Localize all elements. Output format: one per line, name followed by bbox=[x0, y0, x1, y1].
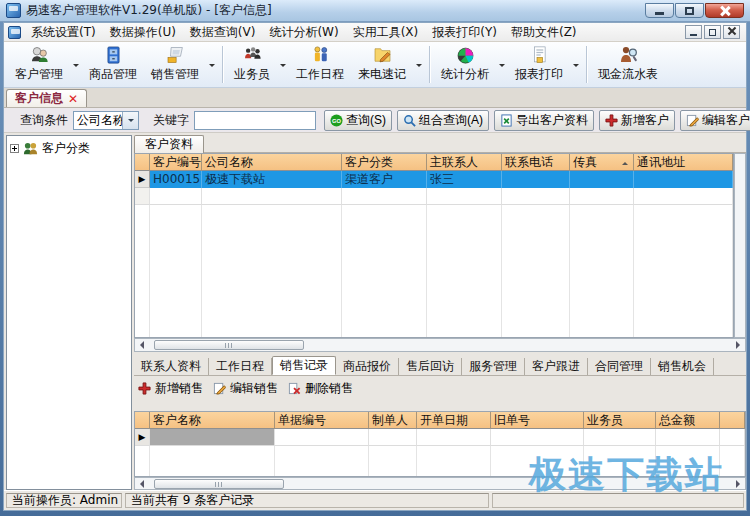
menu-system-settings[interactable]: 系统设置(T) bbox=[24, 22, 103, 43]
tab-product-quotes[interactable]: 商品报价 bbox=[336, 358, 399, 375]
col-salesman[interactable]: 业务员 bbox=[584, 412, 656, 429]
col-main-contact[interactable]: 主联系人 bbox=[427, 154, 502, 171]
sales-grid-background bbox=[135, 446, 745, 476]
scrollbar-thumb[interactable] bbox=[154, 479, 284, 489]
tab-sales-opportunities[interactable]: 销售机会 bbox=[651, 358, 714, 375]
row-pointer-icon: ▶ bbox=[135, 171, 150, 188]
scroll-left-arrow[interactable] bbox=[135, 478, 148, 489]
col-phone[interactable]: 联系电话 bbox=[502, 154, 570, 171]
add-sale-button[interactable]: 新增销售 bbox=[138, 380, 203, 397]
tab-service-management[interactable]: 服务管理 bbox=[462, 358, 525, 375]
tab-after-sales-visits[interactable]: 售后回访 bbox=[399, 358, 462, 375]
scroll-left-arrow[interactable] bbox=[135, 339, 148, 351]
sales-row-selected[interactable]: ▶ bbox=[135, 429, 745, 446]
status-record-count: 当前共有 9 条客户记录 bbox=[125, 493, 489, 508]
customer-management-dropdown[interactable] bbox=[70, 43, 82, 86]
maximize-icon bbox=[685, 7, 694, 15]
toolbar-product-management[interactable]: 商品管理 bbox=[82, 43, 144, 86]
tab-customer-data[interactable]: 客户资料 bbox=[134, 135, 204, 153]
toolbar-sales-management[interactable]: 销售管理 bbox=[144, 43, 206, 86]
toolbar-statistics[interactable]: 统计分析 bbox=[434, 43, 496, 86]
customer-table-vertical-scrollbar[interactable] bbox=[734, 153, 746, 338]
menu-data-query[interactable]: 数据查询(V) bbox=[183, 22, 263, 43]
export-customers-button[interactable]: 导出客户资料 bbox=[494, 110, 594, 131]
menu-report-print[interactable]: 报表打印(Y) bbox=[425, 22, 504, 43]
call-notes-dropdown[interactable] bbox=[413, 43, 425, 86]
tab-contacts[interactable]: 联系人资料 bbox=[134, 358, 209, 375]
query-toolbar: 查询条件 公司名称 关键字 GO 查询(S) 组合查询(A) 导出客户资料 bbox=[4, 108, 746, 133]
scroll-right-arrow[interactable] bbox=[732, 478, 745, 489]
keyword-input[interactable] bbox=[194, 111, 316, 130]
tab-customer-follow-up[interactable]: 客户跟进 bbox=[525, 358, 588, 375]
toolbar-salesman[interactable]: 业务员 bbox=[227, 43, 277, 86]
customer-category-tree: 客户分类 bbox=[6, 135, 132, 490]
col-address[interactable]: 通讯地址 bbox=[634, 154, 733, 171]
customer-row-empty bbox=[135, 188, 733, 205]
col-creator[interactable]: 制单人 bbox=[369, 412, 417, 429]
chevron-down-icon bbox=[280, 64, 286, 70]
combo-dropdown-button[interactable] bbox=[122, 112, 138, 129]
sales-table-horizontal-scrollbar[interactable] bbox=[134, 477, 746, 490]
statistics-dropdown[interactable] bbox=[496, 43, 508, 86]
col-document-number[interactable]: 单据编号 bbox=[275, 412, 369, 429]
toolbar-separator bbox=[586, 46, 587, 83]
col-customer-category[interactable]: 客户分类 bbox=[342, 154, 427, 171]
menu-data-operations[interactable]: 数据操作(U) bbox=[103, 22, 183, 43]
menu-bar: 系统设置(T) 数据操作(U) 数据查询(V) 统计分析(W) 实用工具(X) … bbox=[4, 23, 746, 42]
header-selector bbox=[135, 412, 150, 429]
customer-row-selected[interactable]: ▶ H000157 极速下载站 渠道客户 张三 bbox=[135, 171, 733, 188]
tab-customer-info[interactable]: 客户信息 ✕ bbox=[6, 89, 87, 107]
combo-search-button[interactable]: 组合查询(A) bbox=[397, 110, 489, 131]
export-icon bbox=[500, 114, 513, 127]
col-customer-id[interactable]: 客户编号 bbox=[150, 154, 202, 171]
delete-sale-button[interactable]: 删除销售 bbox=[288, 380, 353, 397]
mdi-restore-button[interactable] bbox=[704, 25, 721, 39]
tab-work-schedule[interactable]: 工作日程 bbox=[209, 358, 272, 375]
scroll-right-arrow[interactable] bbox=[732, 339, 745, 351]
edit-icon bbox=[686, 114, 699, 127]
add-customer-button[interactable]: 新增客户 bbox=[599, 110, 675, 131]
menu-statistics[interactable]: 统计分析(W) bbox=[262, 22, 345, 43]
toolbar-customer-management[interactable]: 客户管理 bbox=[8, 43, 70, 86]
tree-expand-icon[interactable] bbox=[10, 144, 19, 153]
menu-help[interactable]: 帮助文件(Z) bbox=[504, 22, 584, 43]
sales-management-dropdown[interactable] bbox=[206, 43, 218, 86]
mdi-minimize-icon bbox=[690, 34, 697, 36]
mdi-child-icon[interactable] bbox=[8, 26, 21, 39]
sales-table-header: 客户名称 单据编号 制单人 开单日期 旧单号 业务员 总金额 bbox=[135, 412, 745, 429]
toolbar-cash-flow[interactable]: 现金流水表 bbox=[591, 43, 665, 86]
toolbar-work-schedule[interactable]: 工作日程 bbox=[289, 43, 351, 86]
edit-sale-button[interactable]: 编辑销售 bbox=[213, 380, 278, 397]
report-print-dropdown[interactable] bbox=[570, 43, 582, 86]
customers-icon bbox=[26, 45, 53, 65]
col-customer-name[interactable]: 客户名称 bbox=[150, 412, 275, 429]
search-button[interactable]: GO 查询(S) bbox=[324, 110, 392, 131]
toolbar-call-notes[interactable]: 来电速记 bbox=[351, 43, 413, 86]
customer-group-icon bbox=[23, 141, 38, 156]
customer-table-header: 客户编号 公司名称 客户分类 主联系人 联系电话 传真 通讯地址 bbox=[135, 154, 733, 171]
tab-contract-management[interactable]: 合同管理 bbox=[588, 358, 651, 375]
col-fax[interactable]: 传真 bbox=[570, 154, 634, 171]
salesman-dropdown[interactable] bbox=[277, 43, 289, 86]
edit-customer-button[interactable]: 编辑客户 bbox=[680, 110, 750, 131]
col-order-date[interactable]: 开单日期 bbox=[417, 412, 491, 429]
tab-sales-records[interactable]: 销售记录 bbox=[272, 356, 336, 375]
mdi-close-button[interactable] bbox=[723, 25, 740, 39]
maximize-button[interactable] bbox=[675, 3, 704, 18]
tab-close-icon[interactable]: ✕ bbox=[68, 92, 78, 106]
client-area: 系统设置(T) 数据操作(U) 数据查询(V) 统计分析(W) 实用工具(X) … bbox=[3, 22, 747, 511]
customer-table-horizontal-scrollbar[interactable] bbox=[134, 338, 746, 352]
col-company-name[interactable]: 公司名称 bbox=[202, 154, 342, 171]
minimize-button[interactable] bbox=[645, 3, 674, 18]
toolbar-report-print[interactable]: 报表打印 bbox=[508, 43, 570, 86]
col-old-number[interactable]: 旧单号 bbox=[491, 412, 584, 429]
col-total-amount[interactable]: 总金额 bbox=[656, 412, 720, 429]
tree-node-customer-categories[interactable]: 客户分类 bbox=[7, 136, 131, 161]
condition-select[interactable]: 公司名称 bbox=[73, 111, 139, 130]
close-button[interactable] bbox=[705, 3, 744, 18]
menu-tools[interactable]: 实用工具(X) bbox=[346, 22, 426, 43]
salesman-icon bbox=[239, 45, 266, 65]
scrollbar-thumb[interactable] bbox=[154, 340, 304, 350]
mdi-minimize-button[interactable] bbox=[685, 25, 702, 39]
customer-pane-tabs: 客户资料 bbox=[134, 135, 746, 153]
